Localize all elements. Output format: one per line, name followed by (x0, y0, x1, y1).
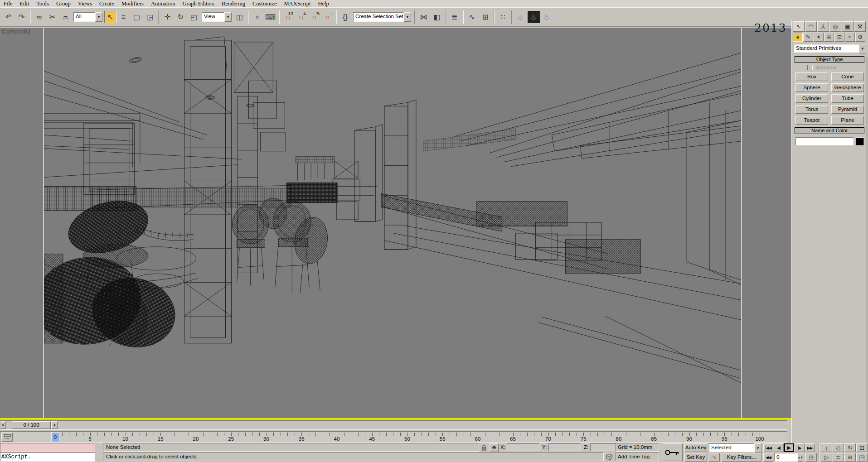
align-button[interactable]: ◧ (431, 11, 443, 23)
redo-button[interactable]: ↷ (15, 11, 28, 23)
key-mode-dropdown[interactable]: Selected ▼ (709, 443, 761, 453)
rendered-frame-button[interactable]: ♨ (528, 11, 540, 23)
key-filters-button[interactable]: Key Filters... (722, 453, 761, 462)
set-keys-button[interactable] (663, 443, 683, 461)
menu-item-group[interactable]: Group (53, 0, 74, 7)
select-by-name-button[interactable]: ≡ (117, 11, 130, 23)
go-to-start-button[interactable]: |◀◀ (763, 443, 773, 452)
menu-item-rendering[interactable]: Rendering (218, 0, 249, 7)
zoom-extents-button[interactable]: ◇ (833, 443, 844, 452)
chevron-down-icon[interactable]: ▼ (754, 443, 761, 453)
tab-hierarchy[interactable]: ⅄ (817, 21, 829, 32)
create-plane-button[interactable]: Plane (831, 116, 864, 125)
orbit-camera-button[interactable]: ⊛ (844, 453, 856, 462)
current-frame-indicator[interactable]: 0 (51, 432, 59, 442)
menu-item-customize[interactable]: Customize (249, 0, 280, 7)
angle-snap-button[interactable]: ∩∠ (295, 11, 307, 23)
perspective-button[interactable]: ▷ (821, 453, 832, 462)
undo-button[interactable]: ↶ (2, 11, 15, 23)
menu-item-help[interactable]: Help (315, 0, 333, 7)
menu-item-animation[interactable]: Animation (147, 0, 179, 7)
bind-to-space-warp-button[interactable]: ≍ (59, 11, 72, 23)
percent-snap-button[interactable]: ∩% (308, 11, 320, 23)
select-and-link-button[interactable]: ∞ (33, 11, 45, 23)
select-and-rotate-button[interactable]: ↻ (175, 11, 187, 23)
render-setup-button[interactable]: ♨ (514, 11, 527, 23)
select-and-manipulate-button[interactable]: ⌖ (251, 11, 263, 23)
default-in-out-tangents-button[interactable]: ∿ (709, 453, 720, 462)
autogrid-checkbox[interactable] (807, 65, 813, 70)
category-systems[interactable]: ⚙ (855, 33, 865, 42)
spinner-snap-button[interactable]: ∩↕ (321, 11, 334, 23)
create-teapot-button[interactable]: Teapot (795, 116, 828, 125)
add-time-tag[interactable]: Add Time Tag (616, 452, 659, 461)
menu-item-edit[interactable]: Edit (16, 0, 33, 7)
create-cone-button[interactable]: Cone (831, 72, 864, 81)
mirror-button[interactable]: ⋈ (417, 11, 430, 23)
previous-frame-nudge-button[interactable]: < (0, 421, 6, 429)
time-slider-track[interactable] (0, 420, 787, 430)
select-and-scale-button[interactable]: ◰ (188, 11, 200, 23)
create-selection-set-dropdown[interactable]: Create Selection Set▼ (353, 12, 411, 22)
current-frame-field[interactable]: 0 ▲▼ (774, 453, 803, 462)
window-crossing-button[interactable]: ◲ (144, 11, 156, 23)
play-button[interactable]: ▶ (784, 443, 794, 452)
curve-editor-button[interactable]: ∿ (466, 11, 478, 23)
named-selection-sets-button[interactable]: {} (339, 11, 351, 23)
y-coordinate-field[interactable] (548, 443, 581, 451)
collapse-icon[interactable]: - (797, 128, 799, 134)
layer-manager-button[interactable]: ≣ (448, 11, 461, 23)
menu-item-views[interactable]: Views (74, 0, 96, 7)
selection-lock-icon[interactable] (481, 445, 487, 452)
category-shapes[interactable]: ✎ (803, 33, 813, 42)
category-geometry[interactable]: ● (793, 33, 803, 42)
create-sphere-button[interactable]: Sphere (795, 83, 828, 92)
object-type-rollout-header[interactable]: - Object Type (795, 56, 864, 63)
isolate-cube-icon[interactable] (606, 453, 613, 462)
create-cylinder-button[interactable]: Cylinder (795, 94, 828, 103)
macro-recorder-pane[interactable] (0, 443, 95, 452)
use-pivot-point-center-button[interactable]: ◫ (233, 11, 246, 23)
create-torus-button[interactable]: Torus (795, 105, 828, 114)
time-slider-handle[interactable]: 0 / 100 (12, 421, 51, 429)
create-geosphere-button[interactable]: GeoSphere (831, 83, 864, 92)
schematic-view-button[interactable]: ⊞ (479, 11, 491, 23)
subcategory-dropdown[interactable]: Standard Primitives ▼ (794, 44, 866, 53)
frame-number-value[interactable]: 0 (774, 453, 798, 462)
dolly-camera-button[interactable]: ↕ (821, 443, 832, 452)
select-object-button[interactable]: ↖ (104, 11, 116, 23)
x-coordinate-field[interactable] (507, 443, 539, 451)
roll-camera-button[interactable]: ↻ (844, 443, 856, 452)
chevron-down-icon[interactable]: ▼ (404, 12, 411, 22)
set-key-button[interactable]: Set Key (684, 453, 707, 462)
menu-item-create[interactable]: Create (96, 0, 118, 7)
tab-display[interactable]: ▣ (842, 21, 853, 32)
chevron-down-icon[interactable]: ▼ (224, 12, 232, 22)
snaps-toggle-button[interactable]: ∩2.5 (282, 11, 294, 23)
name-color-rollout-header[interactable]: - Name and Color (795, 127, 864, 134)
unlink-selection-button[interactable]: ✂ (46, 11, 58, 23)
render-production-button[interactable]: ♨ (541, 11, 553, 23)
reference-coordinate-dropdown[interactable]: View▼ (202, 12, 232, 22)
tab-utilities[interactable]: ⚒ (854, 21, 866, 32)
time-configuration-button[interactable]: ◷ (805, 453, 817, 462)
category-space-warps[interactable]: ≈ (845, 33, 855, 42)
tab-motion[interactable]: ◎ (829, 21, 841, 32)
category-helpers[interactable]: ⊡ (834, 33, 844, 42)
track-bar[interactable]: 5101520253035404550556065707580859095100… (0, 431, 787, 443)
tab-create[interactable]: ↖ (793, 21, 805, 32)
chevron-down-icon[interactable]: ▼ (859, 44, 866, 53)
category-lights[interactable]: ✦ (814, 33, 824, 42)
chevron-down-icon[interactable]: ▼ (95, 12, 102, 22)
menu-item-maxscript[interactable]: MAXScript (281, 0, 315, 7)
create-box-button[interactable]: Box (795, 72, 828, 81)
object-name-input[interactable] (795, 137, 853, 145)
zoom-region-button[interactable]: ⊡ (856, 443, 868, 452)
next-frame-nudge-button[interactable]: > (51, 421, 58, 429)
viewport-label[interactable]: Camera02 (2, 29, 31, 35)
menu-item-file[interactable]: File (0, 0, 16, 7)
tab-modify[interactable]: ◠ (805, 21, 817, 32)
frame-spinner[interactable]: ▲▼ (798, 453, 803, 462)
go-to-end-button[interactable]: ▶▶| (805, 443, 815, 452)
menu-item-graph-editors[interactable]: Graph Editors (179, 0, 218, 7)
